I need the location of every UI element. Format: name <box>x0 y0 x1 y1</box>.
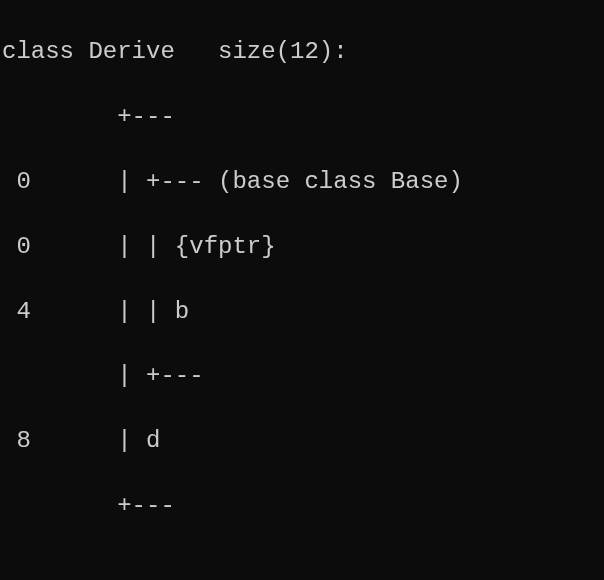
line-base-end-border: | +--- <box>2 360 604 392</box>
line-offset-8-d: 8 | d <box>2 425 604 457</box>
line-offset-4-b: 4 | | b <box>2 296 604 328</box>
line-border-bottom: +--- <box>2 490 604 522</box>
line-offset-0-vfptr: 0 | | {vfptr} <box>2 231 604 263</box>
line-border-top: +--- <box>2 101 604 133</box>
line-class-header: class Derive size(12): <box>2 36 604 68</box>
class-layout-dump: class Derive size(12): +--- 0 | +--- (ba… <box>0 0 604 580</box>
line-offset-0-base-start: 0 | +--- (base class Base) <box>2 166 604 198</box>
